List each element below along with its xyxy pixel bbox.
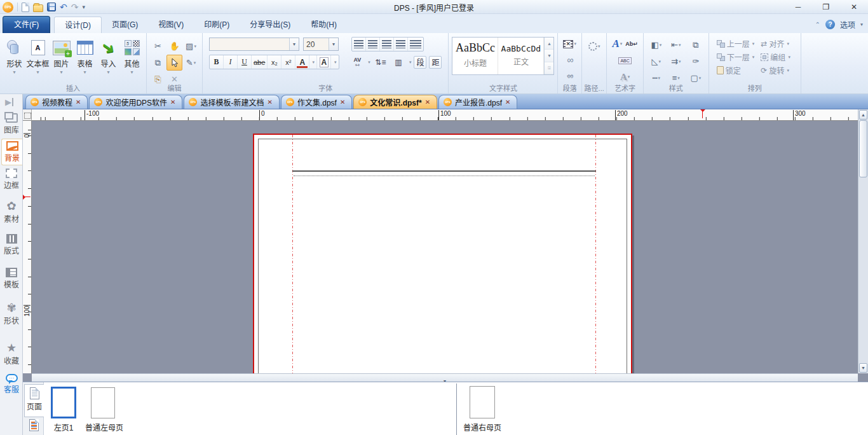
tab-close-icon[interactable]: ✕ xyxy=(340,99,345,106)
lock-button[interactable]: 锁定 xyxy=(717,65,755,76)
help-icon[interactable]: ? xyxy=(825,20,835,29)
align-right-button[interactable] xyxy=(380,38,394,51)
dropdown-icon[interactable]: ▾ xyxy=(409,60,412,65)
align-button[interactable]: ⇄ 对齐▾ xyxy=(761,38,790,49)
doc-tab-welcome[interactable]: DPS 欢迎使用DPS软件 ✕ xyxy=(89,95,182,109)
sidebar-item-template[interactable]: 模板 xyxy=(0,268,23,289)
fill-color-button[interactable]: ◧▾ xyxy=(647,37,666,53)
vertical-scrollbar[interactable]: ▲ ▼ xyxy=(858,109,868,373)
horizontal-ruler[interactable]: -100 0 100 200 300 xyxy=(32,109,858,121)
sidebar-item-shapes[interactable]: ✾ 形状 xyxy=(0,302,23,326)
page-thumbnail-normal-right-master[interactable] xyxy=(470,386,495,418)
tab-close-icon[interactable]: ✕ xyxy=(425,99,430,106)
import-button[interactable]: ➜ 导入 ▾ xyxy=(97,37,119,75)
pages-tab[interactable]: 页面 xyxy=(24,384,44,417)
scroll-up-icon[interactable]: ▲ xyxy=(545,38,553,50)
highlight-color-button[interactable]: A xyxy=(317,55,331,69)
tab-page[interactable]: 页面(G) xyxy=(102,17,148,33)
scroll-up-icon[interactable]: ▲ xyxy=(859,110,867,120)
vertical-ruler[interactable]: 0 100 xyxy=(23,121,32,373)
copy-button[interactable]: ⧉ xyxy=(150,55,166,71)
tab-print[interactable]: 印刷(P) xyxy=(194,17,240,33)
character-spacing-button[interactable]: AV⇿ xyxy=(349,55,365,69)
insert-table-button[interactable]: 表格 ▾ xyxy=(74,37,96,75)
doc-tab-culture-knowledge-active[interactable]: DPS 文化常识.dpsf* ✕ xyxy=(353,95,437,109)
align-distribute-button[interactable] xyxy=(408,38,423,51)
options-dropdown-icon[interactable]: ▾ xyxy=(860,22,863,27)
unlink-textframes-button[interactable]: ∞ xyxy=(567,69,573,83)
underline-button[interactable]: U xyxy=(238,55,252,69)
insert-shapes-button[interactable]: 形状 ▾ xyxy=(3,37,25,75)
send-backward-button[interactable]: 下一层▾ xyxy=(717,52,755,62)
tab-close-icon[interactable]: ✕ xyxy=(170,99,175,106)
align-left-button[interactable] xyxy=(352,38,366,51)
wordart-style-button[interactable]: A▾ Ab↵ xyxy=(612,37,637,51)
select-tool-button[interactable] xyxy=(166,55,182,71)
tab-close-icon[interactable]: ✕ xyxy=(267,99,272,106)
sidebar-item-customer-service[interactable]: ⋯ 客服 xyxy=(0,374,23,394)
align-justify-button[interactable] xyxy=(394,38,408,51)
sidebar-item-background[interactable]: 背景 xyxy=(1,139,22,165)
dropdown-icon[interactable]: ▾ xyxy=(368,60,370,65)
doc-tab-essay-collection[interactable]: DPS 作文集.dpsf ✕ xyxy=(281,95,352,109)
font-name-combo[interactable]: ▾ xyxy=(209,38,299,51)
doc-tab-video-tutorial[interactable]: DPS 视频教程 ✕ xyxy=(25,95,88,109)
subscript-button[interactable]: x₂ xyxy=(268,55,281,69)
wordart-shadow-button[interactable]: A▾ xyxy=(620,70,630,84)
options-button[interactable]: 选项 xyxy=(840,19,855,30)
tab-close-icon[interactable]: ✕ xyxy=(505,99,510,106)
ruler-corner[interactable] xyxy=(23,109,32,121)
close-button[interactable]: ✕ xyxy=(840,0,868,14)
tab-design[interactable]: 设计(D) xyxy=(54,17,102,33)
indent-arrows-button[interactable]: ⇤▾ xyxy=(667,37,686,53)
group-button[interactable]: 编组▾ xyxy=(761,52,790,62)
paragraph-settings-button[interactable]: 段 xyxy=(414,56,426,69)
document-canvas[interactable] xyxy=(32,121,858,373)
link-textframes-button[interactable]: ∞ xyxy=(567,53,573,67)
format-brush-button[interactable]: ✑ xyxy=(686,53,705,69)
spacing-arrows-button[interactable]: ⇉▾ xyxy=(667,53,686,69)
cut-button[interactable]: ✂ xyxy=(150,38,166,54)
gallery-more-icon[interactable]: ⍗ xyxy=(545,62,553,74)
strikethrough-button[interactable]: abe xyxy=(252,55,268,69)
doc-tab-choose-template[interactable]: DPS 选择模板-新建文档 ✕ xyxy=(184,95,279,109)
insert-other-button[interactable]: 5 其他 ▾ xyxy=(121,37,143,75)
spacing-settings-button[interactable]: 距 xyxy=(429,56,442,69)
path-effects-button[interactable]: ▾ xyxy=(588,39,600,53)
horizontal-splitter[interactable]: ▼ xyxy=(32,373,858,382)
page-thumbnail-left-page-1[interactable] xyxy=(51,387,76,418)
tab-close-icon[interactable]: ✕ xyxy=(76,99,81,106)
superscript-button[interactable]: x² xyxy=(281,55,295,69)
align-center-button[interactable] xyxy=(366,38,380,51)
rotate-button[interactable]: ⟳ 旋转▾ xyxy=(761,65,790,76)
tab-help[interactable]: 帮助(H) xyxy=(301,17,347,33)
font-size-combo[interactable]: 20 ▾ xyxy=(303,38,339,51)
scrollbar-thumb[interactable] xyxy=(859,120,867,177)
text-style-subtitle[interactable]: AaBbCc 小标题 xyxy=(452,38,498,74)
chevron-down-icon[interactable]: ▾ xyxy=(289,38,299,50)
scroll-down-icon[interactable]: ▼ xyxy=(545,50,553,62)
document-page[interactable] xyxy=(253,134,632,373)
bring-forward-button[interactable]: 上一层▾ xyxy=(717,38,755,49)
italic-button[interactable]: I xyxy=(224,55,238,69)
font-color-button[interactable]: A xyxy=(295,55,309,69)
doc-tab-industry-report[interactable]: DPS 产业报告.dpsf ✕ xyxy=(438,95,517,109)
text-style-body[interactable]: AaBbCcDd 正文 xyxy=(498,38,544,74)
chevron-down-icon[interactable]: ▾ xyxy=(329,38,338,50)
expand-panel-icon[interactable]: ▶ xyxy=(5,98,13,106)
sidebar-item-gallery[interactable]: 图库 xyxy=(0,113,23,135)
tab-view[interactable]: 视图(V) xyxy=(148,17,194,33)
collapse-ribbon-icon[interactable]: ⌃ xyxy=(815,21,820,28)
sidebar-item-favorites[interactable]: ★ 收藏 xyxy=(0,342,23,366)
highlight-dropdown-icon[interactable]: ▾ xyxy=(331,55,339,69)
tab-share-export[interactable]: 分享导出(S) xyxy=(240,17,301,33)
picture-edit-button[interactable]: ▨▾ xyxy=(183,38,199,54)
sidebar-item-layout[interactable]: 版式 xyxy=(0,234,23,256)
columns-button[interactable]: ▥ xyxy=(391,55,406,69)
text-wrap-button[interactable]: ▾ xyxy=(563,37,576,51)
bold-button[interactable]: B xyxy=(210,55,224,69)
font-color-dropdown-icon[interactable]: ▾ xyxy=(309,55,317,69)
tab-file[interactable]: 文件(F) xyxy=(3,16,50,33)
line-spacing-button[interactable]: ⇅≡ xyxy=(373,55,388,69)
restore-button[interactable]: ❐ xyxy=(812,0,840,14)
